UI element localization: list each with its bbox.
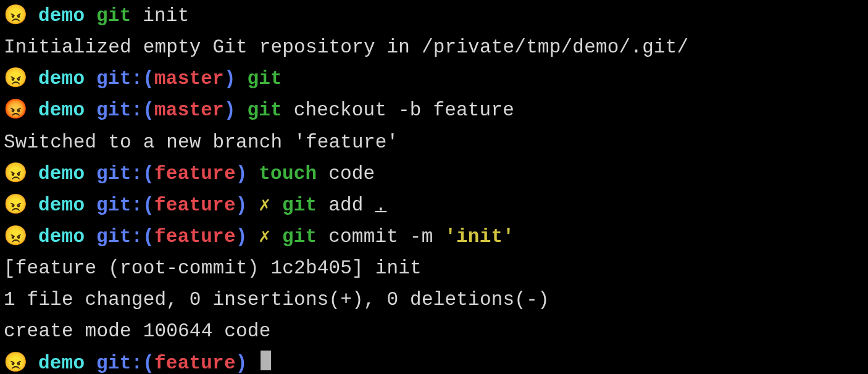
prompt-dir: demo (38, 352, 85, 374)
output-line: [feature (root-commit) 1c2b405] init (4, 252, 864, 284)
prompt-line: 😠 demo git init (4, 0, 864, 31)
output-text: 1 file changed, 0 insertions(+), 0 delet… (4, 289, 549, 310)
prompt-branch: feature (154, 194, 236, 216)
prompt-branch: master (154, 99, 224, 121)
output-text: [feature (root-commit) 1c2b405] init (4, 257, 422, 279)
prompt-line: 😠 demo git:(feature) ✗ git add . (4, 189, 864, 221)
prompt-line: 😡 demo git:(master) git checkout -b feat… (4, 94, 864, 126)
prompt-dir: demo (38, 194, 85, 216)
prompt-line: 😠 demo git:(feature) (4, 347, 864, 374)
cmd-segment: touch (259, 163, 317, 185)
prompt-line: 😠 demo git:(feature) touch code (4, 158, 864, 189)
angry-face-icon: 😠 (4, 63, 27, 94)
prompt-dir: demo (38, 99, 85, 121)
angry-face-icon: 😠 (4, 0, 27, 31)
cmd-segment: git (96, 5, 131, 27)
prompt-dir: demo (38, 163, 85, 185)
prompt-paren-open: ( (143, 226, 154, 247)
prompt-branch: feature (154, 163, 236, 185)
prompt-git-label: git: (96, 99, 143, 121)
prompt-branch: feature (154, 352, 236, 374)
dirty-marker-icon: ✗ (259, 226, 270, 247)
prompt-paren-open: ( (143, 194, 154, 216)
cmd-segment: git (282, 226, 317, 247)
prompt-git-label: git: (96, 68, 143, 89)
terminal-output[interactable]: 😠 demo git initInitialized empty Git rep… (4, 0, 864, 374)
cmd-segment: commit -m (317, 226, 444, 247)
prompt-paren-close: ) (224, 68, 236, 89)
cmd-segment: . (375, 194, 386, 216)
angry-face-icon: 😠 (4, 158, 27, 189)
prompt-git-label: git: (96, 226, 143, 247)
prompt-dir: demo (38, 226, 85, 247)
prompt-paren-open: ( (143, 68, 154, 89)
angry-face-icon: 😠 (4, 189, 27, 221)
output-text: Switched to a new branch 'feature' (4, 131, 398, 153)
cmd-segment: git (282, 194, 317, 216)
prompt-paren-close: ) (236, 194, 248, 216)
prompt-git-label: git: (96, 352, 143, 374)
prompt-paren-open: ( (143, 352, 154, 374)
output-line: Switched to a new branch 'feature' (4, 127, 864, 158)
angry-face-icon: 😠 (4, 347, 27, 374)
prompt-paren-close: ) (236, 226, 248, 247)
output-line: 1 file changed, 0 insertions(+), 0 delet… (4, 284, 864, 315)
prompt-line: 😠 demo git:(master) git (4, 63, 864, 94)
cmd-segment: 'init' (444, 226, 514, 247)
prompt-branch: feature (154, 226, 236, 247)
prompt-line: 😠 demo git:(feature) ✗ git commit -m 'in… (4, 221, 864, 252)
cursor (261, 351, 271, 371)
dirty-marker-icon: ✗ (259, 194, 270, 216)
prompt-paren-open: ( (143, 163, 154, 185)
pouting-face-icon: 😡 (4, 94, 27, 126)
prompt-paren-close: ) (236, 352, 248, 374)
prompt-dir: demo (38, 5, 85, 27)
cmd-segment: git (248, 68, 282, 89)
prompt-git-label: git: (96, 163, 143, 185)
output-line: create mode 100644 code (4, 315, 864, 347)
angry-face-icon: 😠 (4, 221, 27, 252)
output-line: Initialized empty Git repository in /pri… (4, 31, 864, 63)
output-text: create mode 100644 code (4, 320, 270, 342)
prompt-dir: demo (38, 68, 85, 89)
cmd-segment: init (131, 5, 189, 27)
prompt-paren-open: ( (143, 99, 154, 121)
prompt-branch: master (154, 68, 224, 89)
prompt-paren-close: ) (236, 163, 248, 185)
output-text: Initialized empty Git repository in /pri… (4, 36, 688, 58)
cmd-segment: git (248, 99, 282, 121)
cmd-segment: checkout -b feature (282, 99, 514, 121)
cmd-segment: code (317, 163, 375, 185)
prompt-paren-close: ) (224, 99, 236, 121)
prompt-git-label: git: (96, 194, 143, 216)
cmd-segment: add (317, 194, 375, 216)
